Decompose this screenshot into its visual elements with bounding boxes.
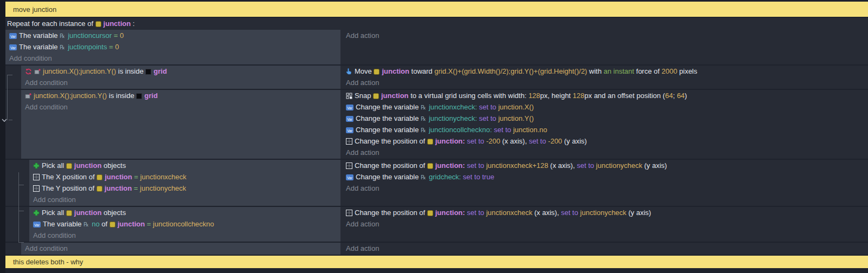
object-name: grid xyxy=(153,67,167,75)
expression-text: grid.X()+(grid.Width()/2);grid.Y()+(grid… xyxy=(434,67,587,75)
pick-all-icon xyxy=(33,162,40,169)
object-junction-icon xyxy=(66,163,72,169)
number-value: -200 xyxy=(548,137,562,145)
action-row[interactable]: VarChange the variable ℞junctionxcheck: … xyxy=(345,101,868,113)
set-to-text: set to xyxy=(465,161,486,170)
expression-text: junction.X();junction.Y() xyxy=(43,67,116,75)
add-condition-button[interactable]: Add condition xyxy=(29,194,340,205)
event-block: Add conditionAdd action xyxy=(5,243,868,255)
add-condition-button[interactable]: Add condition xyxy=(21,243,340,254)
button-label: Add action xyxy=(346,220,379,228)
event-block: Pick all junction objectsVarThe variable… xyxy=(5,207,868,242)
add-condition-button[interactable]: Add condition xyxy=(29,230,340,241)
action-row[interactable]: VarChange the variable ℞gridcheck: set t… xyxy=(345,171,868,183)
actions-panel: Change the position of junction: set to … xyxy=(345,207,868,242)
add-action-button[interactable]: Add action xyxy=(345,218,868,230)
button-label: Add action xyxy=(346,244,379,252)
comment-row[interactable]: move junction xyxy=(5,2,868,17)
operator-text: = xyxy=(132,184,140,192)
action-row[interactable]: Snap junction to a virtual grid using ce… xyxy=(345,90,868,101)
tree-guide-line xyxy=(7,75,8,120)
svg-text:Var: Var xyxy=(10,35,16,38)
move-icon xyxy=(346,68,352,75)
add-action-button[interactable]: Add action xyxy=(345,147,868,158)
variable-badge-icon: Var xyxy=(9,33,17,39)
add-action-button[interactable]: Add action xyxy=(345,243,868,254)
variable-glyph-icon: ℞ xyxy=(421,174,427,180)
add-condition-button[interactable]: Add condition xyxy=(5,53,340,64)
plain-text: objects xyxy=(101,161,126,170)
add-condition-button[interactable]: Add condition xyxy=(21,101,340,113)
action-row[interactable]: VarChange the variable ℞junctioncollchec… xyxy=(345,124,868,135)
object-name: junction: xyxy=(435,209,465,217)
object-name: grid xyxy=(144,92,158,100)
condition-row[interactable]: Pick all junction objects xyxy=(29,160,340,171)
actions-panel: Move junction toward grid.X()+(grid.Widt… xyxy=(345,66,868,89)
add-action-button[interactable]: Add action xyxy=(345,30,868,41)
pick-all-icon xyxy=(33,210,40,216)
expression-text: junctionxcheck+128 xyxy=(486,161,549,170)
operator-text: = xyxy=(112,31,120,40)
condition-row[interactable]: VarThe variable ℞no of junction = juncti… xyxy=(29,218,340,230)
action-row[interactable]: Move junction toward grid.X()+(grid.Widt… xyxy=(345,66,868,77)
svg-text:Var: Var xyxy=(347,129,352,133)
variable-name: gridcheck: xyxy=(429,173,461,181)
set-to-text: set to xyxy=(577,161,596,170)
add-action-button[interactable]: Add action xyxy=(345,183,868,194)
object-name: junction xyxy=(105,184,132,192)
plain-text: pixels xyxy=(677,67,697,75)
plain-text: is inside xyxy=(116,67,145,75)
object-name: junction: xyxy=(435,161,465,170)
actions-panel: Snap junction to a virtual grid using ce… xyxy=(345,90,868,159)
add-condition-button[interactable]: Add condition xyxy=(21,77,340,88)
button-label: Add condition xyxy=(33,231,76,239)
object-name: junction xyxy=(74,161,102,170)
event-block: Pick all junction objectsThe X position … xyxy=(5,160,868,206)
plain-text: to a virtual grid using cells with width… xyxy=(409,92,529,100)
comment-row[interactable]: this deletes both - why xyxy=(5,256,868,268)
point-inside-icon xyxy=(34,69,41,75)
action-row[interactable]: VarChange the variable ℞junctionycheck: … xyxy=(345,113,868,124)
event-block: junction.X();junction.Y() is inside grid… xyxy=(5,90,868,159)
tree-guide-line xyxy=(18,172,19,243)
position-icon xyxy=(346,210,352,216)
tree-guide-tick xyxy=(18,211,24,211)
conditions-panel: VarThe variable ℞junctioncursor = 0VarTh… xyxy=(5,30,340,64)
condition-row[interactable]: VarThe variable ℞junctioncursor = 0 xyxy=(5,30,340,41)
collapse-chevron-icon[interactable] xyxy=(1,116,8,125)
plain-text: Move xyxy=(355,67,374,75)
set-to-text: set to xyxy=(477,114,498,122)
plain-text: Change the position of xyxy=(355,161,427,170)
object-junction-icon xyxy=(110,222,115,227)
tree-guide-tick xyxy=(18,242,24,243)
object-junction-icon xyxy=(427,139,433,145)
set-to-text: set to true xyxy=(461,173,494,181)
add-action-button[interactable]: Add action xyxy=(345,77,868,88)
comment-text: this deletes both - why xyxy=(13,258,83,266)
number-value: 0 xyxy=(115,43,119,51)
condition-row[interactable]: The X position of junction = junctionxch… xyxy=(29,171,340,183)
condition-row[interactable]: VarThe variable ℞juctionpoints = 0 xyxy=(5,41,340,53)
point-inside-icon xyxy=(25,93,31,99)
repeat-event-header[interactable]: Repeat for each instance of junction : xyxy=(5,18,868,30)
object-name: junction xyxy=(74,209,102,217)
action-row[interactable]: Change the position of junction: set to … xyxy=(345,160,868,171)
plain-text: Change the position of xyxy=(355,209,427,217)
plain-text: Change the variable xyxy=(356,173,421,181)
left-gutter xyxy=(0,0,5,273)
action-row[interactable]: Change the position of junction: set to … xyxy=(345,207,868,218)
condition-row[interactable]: The Y position of junction = junctionych… xyxy=(29,183,340,194)
number-value: 64 xyxy=(665,92,673,100)
number-value: 128 xyxy=(573,92,584,100)
svg-text:Var: Var xyxy=(347,118,352,121)
action-row[interactable]: Change the position of junction: set to … xyxy=(345,135,868,147)
condition-row[interactable]: junction.X();junction.Y() is inside grid xyxy=(21,66,340,77)
conditions-panel: Pick all junction objectsVarThe variable… xyxy=(29,207,340,242)
variable-glyph-icon: ℞ xyxy=(83,221,89,227)
snap-icon xyxy=(346,93,352,99)
set-to-text: set to xyxy=(465,137,486,145)
expression-text: junctioncollcheckno xyxy=(153,220,214,228)
condition-row[interactable]: junction.X();junction.Y() is inside grid xyxy=(21,90,340,101)
condition-row[interactable]: Pick all junction objects xyxy=(29,207,340,218)
position-icon xyxy=(346,138,352,145)
